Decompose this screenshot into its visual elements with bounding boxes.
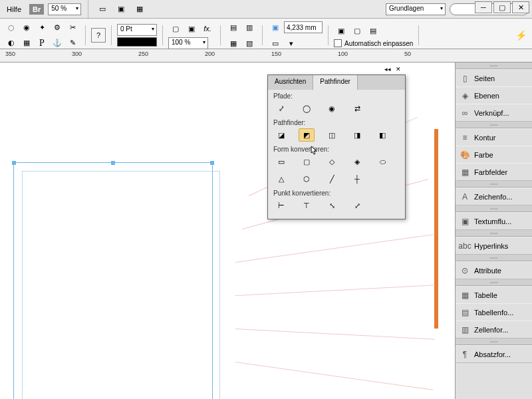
align-icon[interactable]: ▧: [242, 36, 257, 51]
panel-collapse-icon[interactable]: ◂◂: [384, 66, 392, 74]
rect-icon[interactable]: ▭: [273, 155, 289, 168]
zoom-dropdown[interactable]: 50 %: [48, 3, 81, 15]
lightning-icon[interactable]: ⚡: [513, 28, 528, 43]
orthogonal-line-icon[interactable]: ┼: [349, 172, 365, 186]
panel-seiten[interactable]: ▯Seiten: [456, 69, 532, 86]
subtract-shape-icon[interactable]: ◩: [299, 128, 315, 142]
color-icon: 🎨: [460, 150, 470, 160]
minimize-button[interactable]: ─: [475, 1, 492, 13]
fx-icon[interactable]: fx.: [200, 21, 215, 36]
align-icon[interactable]: ▥: [242, 20, 257, 35]
tool-icon[interactable]: ⚙: [50, 21, 65, 35]
minus-back-icon[interactable]: ◧: [374, 128, 390, 142]
textwrap-icon: ▣: [460, 216, 470, 227]
para-styles-icon: ¶: [460, 349, 470, 360]
close-path-icon[interactable]: ◉: [324, 102, 340, 115]
view-mode-3-icon[interactable]: ▦: [132, 2, 147, 17]
smooth-point-icon[interactable]: ⤡: [324, 199, 340, 212]
maximize-button[interactable]: ▢: [493, 1, 511, 13]
reverse-path-icon[interactable]: ⇄: [349, 102, 365, 115]
panel-grip[interactable]: ┅┅┅: [456, 338, 532, 345]
line-icon[interactable]: ╱: [324, 172, 340, 186]
measure-input[interactable]: [284, 21, 323, 33]
tool-icon[interactable]: ✎: [65, 36, 80, 51]
panel-ebenen[interactable]: ◈Ebenen: [456, 86, 532, 104]
panel-grip[interactable]: ┅┅┅: [456, 122, 532, 128]
beveled-rect-icon[interactable]: ◇: [324, 155, 340, 168]
table-styles-icon: ▤: [460, 307, 470, 318]
panel-grip[interactable]: ┅┅┅: [456, 255, 532, 261]
panel-farbe[interactable]: 🎨Farbe: [456, 146, 532, 163]
join-path-icon[interactable]: ⤦: [273, 102, 289, 115]
panel-attribute[interactable]: ⊙Attribute: [456, 261, 532, 279]
stroke-weight-input[interactable]: 0 Pt: [117, 24, 157, 36]
pathfinder-panel[interactable]: ◂◂ ✕ Ausrichten Pathfinder Pfade: ⤦ ◯ ◉ …: [267, 74, 406, 219]
panel-grip[interactable]: ┅┅┅: [456, 181, 532, 188]
panel-verknuepf[interactable]: ∞Verknüpf...: [456, 104, 532, 121]
polygon-icon[interactable]: ⬡: [299, 172, 315, 186]
panel-grip[interactable]: ┅┅┅: [456, 230, 532, 237]
plain-point-icon[interactable]: ⊢: [273, 199, 289, 212]
table-icon: ▦: [460, 290, 470, 301]
view-mode-2-icon[interactable]: ▣: [114, 2, 128, 17]
ellipse-icon[interactable]: ⬭: [374, 155, 390, 168]
autofit-checkbox[interactable]: [334, 39, 342, 47]
panel-zellenfor[interactable]: ▥Zellenfor...: [456, 321, 532, 338]
links-icon: ∞: [460, 108, 470, 118]
open-path-icon[interactable]: ◯: [299, 102, 315, 115]
crop-icon[interactable]: ▣: [268, 20, 283, 35]
tool-icon[interactable]: P: [35, 36, 49, 51]
orange-shape: [434, 129, 438, 329]
chevron-down-icon[interactable]: ▾: [284, 36, 299, 51]
fx-icon[interactable]: ▣: [184, 21, 199, 36]
fit-icon[interactable]: ▢: [350, 23, 364, 38]
corner-point-icon[interactable]: ⊤: [299, 199, 315, 212]
panel-tabellenfo[interactable]: ▤Tabellenfo...: [456, 303, 532, 321]
bridge-button[interactable]: Br: [29, 4, 44, 15]
tab-pathfinder[interactable]: Pathfinder: [313, 75, 358, 90]
close-button[interactable]: ✕: [512, 1, 529, 13]
panel-tabelle[interactable]: ▦Tabelle: [456, 286, 532, 303]
exclude-shape-icon[interactable]: ◨: [349, 128, 365, 142]
panel-absatzfor[interactable]: ¶Absatzfor...: [456, 345, 532, 362]
tool-icon[interactable]: ⚓: [50, 36, 65, 51]
intersect-shape-icon[interactable]: ◫: [324, 128, 340, 142]
tool-icon[interactable]: ◐: [4, 36, 19, 51]
panel-hyperlinks[interactable]: abcHyperlinks: [456, 237, 532, 254]
fill-swatch[interactable]: [117, 37, 157, 47]
workspace-dropdown[interactable]: Grundlagen: [386, 3, 446, 15]
panel-zeichenfo[interactable]: AZeichenfo...: [456, 188, 532, 205]
panel-farbfelder[interactable]: ▦Farbfelder: [456, 163, 532, 180]
fit-icon[interactable]: ▣: [334, 23, 348, 38]
tool-icon[interactable]: ✦: [35, 21, 49, 35]
fit-icon[interactable]: ▤: [366, 23, 380, 38]
triangle-icon[interactable]: △: [273, 172, 289, 186]
fx-icon[interactable]: ▢: [168, 21, 183, 36]
panel-grip[interactable]: ┅┅┅: [456, 279, 532, 286]
rounded-rect-icon[interactable]: ▢: [299, 155, 315, 168]
tool-icon[interactable]: ◌: [4, 21, 19, 35]
panel-grip[interactable]: ┅┅┅: [456, 63, 532, 69]
tool-icon[interactable]: ◉: [19, 21, 34, 35]
symmetrical-point-icon[interactable]: ⤢: [349, 199, 365, 212]
stroke-icon: ≡: [460, 132, 470, 143]
tab-align[interactable]: Ausrichten: [268, 75, 313, 90]
panel-close-icon[interactable]: ✕: [394, 66, 402, 74]
align-icon[interactable]: ▦: [226, 36, 241, 51]
view-mode-1-icon[interactable]: ▭: [95, 2, 110, 17]
help-menu[interactable]: Hilfe: [3, 5, 25, 13]
panel-grip[interactable]: ┅┅┅: [456, 205, 532, 212]
tool-icon[interactable]: ✂: [65, 21, 80, 35]
shape-icon[interactable]: ▭: [268, 36, 283, 51]
autofit-label: Automatisch einpassen: [344, 40, 413, 47]
tool-icon[interactable]: ▦: [19, 36, 34, 51]
opacity-input[interactable]: 100 %: [168, 37, 208, 49]
selected-frame[interactable]: [13, 162, 213, 399]
panel-textumflu[interactable]: ▣Textumflu...: [456, 212, 532, 229]
inverse-rounded-icon[interactable]: ◈: [349, 155, 365, 168]
help-icon[interactable]: ?: [91, 28, 106, 43]
align-icon[interactable]: ▤: [226, 20, 241, 35]
panel-kontur[interactable]: ≡Kontur: [456, 128, 532, 146]
add-shape-icon[interactable]: ◪: [273, 128, 289, 142]
pages-icon: ▯: [460, 73, 470, 84]
